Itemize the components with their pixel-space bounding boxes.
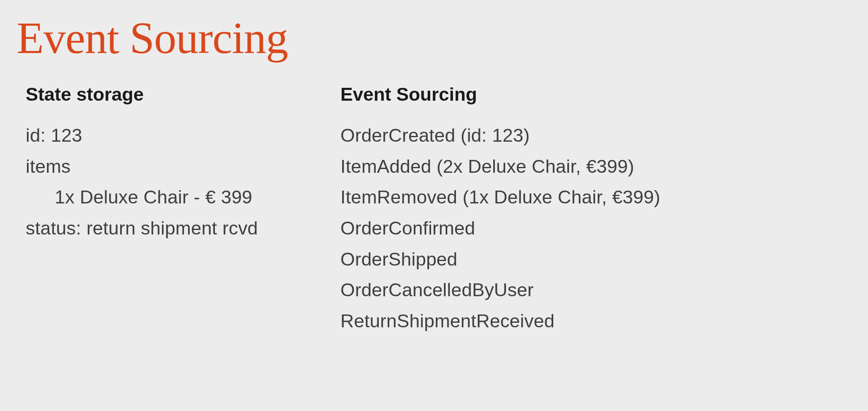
- state-line-item-detail: 1x Deluxe Chair - € 399: [26, 182, 316, 213]
- event-sourcing-heading: Event Sourcing: [340, 84, 663, 105]
- state-line-status: status: return shipment rcvd: [26, 213, 316, 244]
- event-line: ItemRemoved (1x Deluxe Chair, €399): [340, 182, 663, 213]
- event-sourcing-column: Event Sourcing OrderCreated (id: 123) It…: [340, 84, 663, 337]
- content-columns: State storage id: 123 items 1x Deluxe Ch…: [17, 84, 851, 337]
- event-line: OrderConfirmed: [340, 213, 663, 244]
- event-line: ReturnShipmentReceived: [340, 306, 663, 337]
- state-line-id: id: 123: [26, 120, 316, 151]
- event-line: ItemAdded (2x Deluxe Chair, €399): [340, 151, 663, 182]
- state-storage-heading: State storage: [26, 84, 316, 105]
- event-line: OrderCancelledByUser: [340, 275, 663, 306]
- event-line: OrderShipped: [340, 244, 663, 275]
- slide-title: Event Sourcing: [17, 12, 851, 64]
- state-line-items: items: [26, 151, 316, 182]
- state-storage-column: State storage id: 123 items 1x Deluxe Ch…: [26, 84, 316, 337]
- event-line: OrderCreated (id: 123): [340, 120, 663, 151]
